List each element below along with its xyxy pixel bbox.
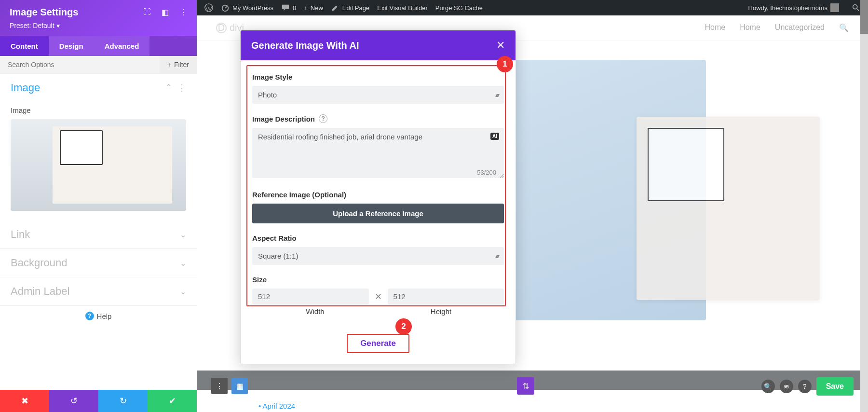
section-admin-label[interactable]: Admin Label ⌄: [0, 277, 197, 306]
layers-button[interactable]: ⇅: [517, 377, 534, 395]
image-style-label: Image Style: [252, 73, 504, 81]
width-input[interactable]: [252, 288, 369, 304]
builder-toolbar-right: 🔍 ≋ ? Save: [761, 377, 854, 396]
image-preview[interactable]: [11, 119, 186, 211]
snap-icon[interactable]: ⛶: [143, 8, 151, 17]
chevron-down-icon[interactable]: ⌄: [180, 287, 186, 296]
image-description-label: Image Description?: [252, 114, 504, 123]
section-admin-label-title: Admin Label: [11, 285, 180, 298]
avatar: [830, 3, 839, 12]
image-settings-panel: Image Settings ⛶ ◧ ⋮ Preset: Default ▾ C…: [0, 0, 197, 412]
ai-badge[interactable]: AI: [490, 133, 499, 140]
chevron-down-icon: ▾: [56, 22, 60, 29]
new[interactable]: +New: [300, 4, 327, 12]
preset-dropdown[interactable]: Preset: Default ▾: [10, 18, 187, 36]
expand-icon[interactable]: ◧: [162, 8, 169, 17]
section-link[interactable]: Link ⌄: [0, 220, 197, 249]
scrollbar-track[interactable]: [860, 0, 868, 412]
aspect-ratio-label: Aspect Ratio: [252, 234, 504, 242]
tab-content[interactable]: Content: [0, 36, 49, 56]
zoom-button[interactable]: 🔍: [761, 380, 775, 393]
howdy-user[interactable]: Howdy, thechristophermorris: [745, 3, 843, 12]
close-icon[interactable]: ✕: [496, 39, 505, 52]
tab-advanced[interactable]: Advanced: [94, 36, 150, 56]
select-caret-icon: ▴▾: [495, 253, 498, 260]
help-button[interactable]: ?: [798, 380, 812, 393]
search-input[interactable]: [0, 56, 160, 73]
reference-image-label: Reference Image (Optional): [252, 191, 504, 199]
generate-image-modal: Generate Image With AI ✕ Image Style Pho…: [240, 30, 516, 364]
plus-icon: +: [304, 4, 308, 12]
search-row: +Filter: [0, 56, 197, 74]
settings-footer-actions: ✖ ↺ ↻ ✔: [0, 390, 197, 412]
image-field: Image: [0, 102, 197, 220]
generate-button[interactable]: Generate: [347, 334, 409, 353]
archive-link[interactable]: April 2024: [258, 402, 295, 410]
save-button[interactable]: ✔: [148, 390, 197, 412]
height-sublabel: Height: [378, 307, 504, 316]
kebab-icon[interactable]: ⋮: [177, 82, 186, 93]
modal-body: Image Style Photo▴▾ Image Description? A…: [241, 60, 515, 326]
width-sublabel: Width: [252, 307, 378, 316]
times-icon: ✕: [375, 291, 382, 302]
settings-header: Image Settings ⛶ ◧ ⋮ Preset: Default ▾: [0, 0, 197, 36]
image-description-input[interactable]: [252, 128, 504, 178]
nav-uncategorized[interactable]: Uncategorized: [775, 23, 825, 32]
select-caret-icon: ▴▾: [495, 92, 498, 98]
filter-button[interactable]: +Filter: [160, 56, 197, 73]
settings-tabs: Content Design Advanced: [0, 36, 197, 56]
section-image-title: Image: [11, 82, 165, 94]
settings-title: Image Settings: [10, 7, 143, 18]
image-field-label: Image: [11, 106, 186, 114]
site-name[interactable]: My WordPress: [217, 3, 277, 12]
tab-design[interactable]: Design: [49, 36, 94, 56]
wordpress-icon: [204, 3, 213, 12]
help-icon[interactable]: ?: [319, 114, 327, 123]
divi-logo-icon: D: [216, 23, 227, 33]
search-icon: [852, 3, 860, 12]
chevron-up-icon[interactable]: ⌃: [165, 82, 172, 93]
undo-button[interactable]: ↺: [49, 390, 98, 412]
wireframe-button[interactable]: ▦: [231, 378, 248, 394]
kebab-icon[interactable]: ⋮: [179, 8, 187, 17]
purge-cache[interactable]: Purge SG Cache: [432, 4, 487, 12]
aspect-ratio-select[interactable]: Square (1:1)▴▾: [252, 247, 504, 265]
comment-icon: [281, 3, 290, 12]
nav-home-1[interactable]: Home: [705, 23, 725, 32]
redo-button[interactable]: ↻: [98, 390, 148, 412]
scrollbar-thumb[interactable]: [860, 0, 868, 34]
comments[interactable]: 0: [277, 3, 300, 12]
section-background[interactable]: Background ⌄: [0, 249, 197, 277]
section-background-title: Background: [11, 257, 180, 269]
content-image[interactable]: [637, 117, 820, 300]
svg-point-1: [222, 5, 229, 12]
builder-toolbar-left: ⋮ ▦: [211, 376, 248, 396]
dashboard-icon: [221, 3, 230, 12]
upload-reference-button[interactable]: Upload a Reference Image: [252, 204, 504, 223]
chevron-down-icon[interactable]: ⌄: [180, 259, 186, 268]
svg-point-2: [853, 5, 857, 9]
plus-icon: +: [167, 61, 171, 69]
builder-menu-button[interactable]: ⋮: [211, 378, 228, 394]
modal-footer: Generate: [241, 326, 515, 364]
help-link[interactable]: ? Help: [0, 306, 197, 326]
size-label: Size: [252, 275, 504, 284]
discard-button[interactable]: ✖: [0, 390, 49, 412]
edit-page[interactable]: Edit Page: [327, 3, 373, 12]
nav-home-2[interactable]: Home: [740, 23, 760, 32]
help-icon: ?: [85, 312, 94, 320]
layers-icon-button[interactable]: ≋: [780, 380, 793, 393]
height-input[interactable]: [388, 288, 504, 304]
wp-admin-bar: My WordPress 0 +New Edit Page Exit Visua…: [197, 0, 868, 15]
nav-search-icon[interactable]: 🔍: [839, 23, 849, 32]
section-image[interactable]: Image ⌃⋮: [0, 74, 197, 102]
modal-title: Generate Image With AI: [251, 40, 496, 51]
chevron-down-icon[interactable]: ⌄: [180, 230, 186, 239]
exit-visual-builder[interactable]: Exit Visual Builder: [373, 4, 432, 12]
wp-logo[interactable]: [201, 3, 217, 12]
page-save-button[interactable]: Save: [816, 377, 854, 396]
modal-header: Generate Image With AI ✕: [241, 30, 515, 60]
char-count: 53/200: [477, 169, 496, 176]
section-link-title: Link: [11, 228, 180, 241]
image-style-select[interactable]: Photo▴▾: [252, 86, 504, 104]
